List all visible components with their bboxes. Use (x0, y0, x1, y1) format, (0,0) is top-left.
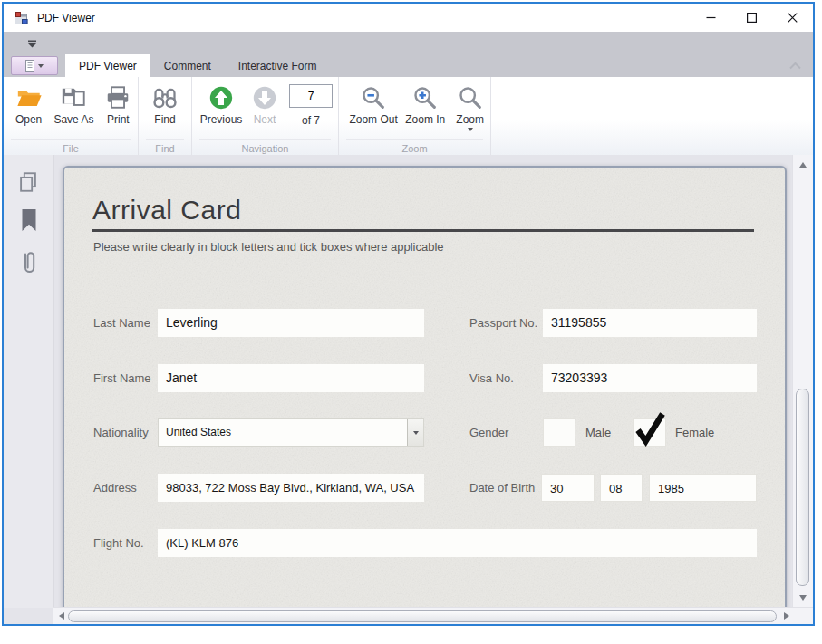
bookmarks-button[interactable] (19, 208, 39, 232)
group-divider (199, 139, 331, 140)
binoculars-icon (151, 83, 179, 111)
document-workspace: Arrival Card Please write clearly in blo… (4, 155, 813, 624)
form-content: Arrival Card Please write clearly in blo… (64, 168, 785, 624)
zoom-menu-button[interactable]: Zoom (450, 81, 490, 131)
open-button[interactable]: Open (8, 81, 49, 126)
print-button-label: Print (107, 113, 130, 126)
window-title: PDF Viewer (37, 12, 95, 24)
passport-no-field[interactable]: 31195855 (543, 309, 757, 337)
maximize-button[interactable] (731, 4, 772, 32)
first-name-label: First Name (93, 364, 151, 392)
open-button-label: Open (15, 113, 42, 126)
customize-quick-access-icon[interactable] (27, 40, 37, 48)
ribbon-group-file: Open Save As (4, 77, 139, 155)
gender-male-checkbox[interactable] (543, 418, 575, 447)
zoom-out-button-label: Zoom Out (349, 113, 397, 126)
group-divider (11, 139, 131, 140)
print-button[interactable]: Print (99, 81, 138, 126)
ribbon: Open Save As (4, 77, 813, 156)
tab-interactive-form[interactable]: Interactive Form (225, 54, 331, 77)
maximize-icon (747, 13, 757, 23)
file-group-label: File (4, 143, 138, 154)
navigation-pane (4, 155, 54, 608)
gender-label: Gender (469, 418, 508, 447)
nationality-combobox[interactable]: United States (158, 418, 424, 447)
nationality-label: Nationality (93, 418, 149, 447)
vertical-scrollbar[interactable] (792, 155, 813, 608)
previous-page-icon (208, 83, 235, 111)
scroll-right-icon[interactable] (784, 612, 789, 620)
zoom-out-icon (360, 83, 387, 111)
scroll-left-icon[interactable] (59, 612, 64, 620)
zoom-icon (457, 83, 484, 111)
page-thumbnails-button[interactable] (16, 170, 40, 194)
birth-day-field[interactable]: 30 (541, 474, 595, 502)
ribbon-group-zoom: Zoom Out Zoom In (339, 77, 491, 155)
previous-button[interactable]: Previous (198, 81, 245, 126)
horizontal-scrollbar-thumb[interactable] (68, 610, 777, 622)
find-button[interactable]: Find (143, 81, 187, 126)
chevron-up-icon (788, 62, 802, 70)
pages-icon (16, 170, 40, 194)
flight-no-label: Flight No. (93, 529, 144, 557)
zoom-out-button[interactable]: Zoom Out (346, 81, 401, 126)
bookmark-icon (19, 208, 39, 232)
save-as-icon (60, 83, 87, 111)
ribbon-tab-row: PDF Viewer Comment Interactive Form (4, 54, 813, 77)
zoom-menu-button-label: Zoom (456, 113, 484, 126)
next-button-label: Next (254, 113, 276, 126)
check-icon (628, 407, 670, 448)
scroll-up-icon[interactable] (799, 162, 807, 168)
title-bar: PDF Viewer (4, 4, 813, 32)
attachments-button[interactable] (19, 249, 39, 276)
scroll-down-icon[interactable] (799, 595, 807, 601)
horizontal-scrollbar[interactable] (53, 607, 813, 624)
form-title: Arrival Card (92, 195, 241, 226)
passport-no-label: Passport No. (469, 309, 537, 337)
zoom-in-button-label: Zoom In (405, 113, 445, 126)
address-label: Address (93, 474, 137, 502)
last-name-label: Last Name (93, 309, 150, 337)
close-button[interactable] (772, 4, 813, 32)
window-controls (691, 4, 813, 32)
page-number-group: of 7 (285, 81, 337, 127)
navigation-group-label: Navigation (192, 143, 338, 154)
paperclip-icon (19, 249, 39, 276)
group-divider (146, 139, 184, 140)
ribbon-group-navigation: Previous Next of 7 Navigation (192, 77, 339, 155)
form-subtitle: Please write clearly in block letters an… (93, 240, 444, 254)
minimize-icon (706, 13, 716, 23)
tab-comment[interactable]: Comment (150, 54, 225, 77)
vertical-scrollbar-thumb[interactable] (796, 389, 809, 586)
page-number-input[interactable] (289, 84, 333, 108)
page-count-label: of 7 (302, 114, 320, 127)
ribbon-group-find: Find Find (139, 77, 192, 155)
gender-female-label: Female (675, 418, 714, 447)
birth-month-field[interactable]: 08 (600, 474, 643, 502)
document-icon (25, 60, 34, 72)
nationality-value: United States (166, 419, 231, 446)
collapse-ribbon-button[interactable] (788, 62, 802, 70)
minimize-button[interactable] (691, 4, 731, 32)
zoom-group-label: Zoom (339, 143, 490, 154)
application-menu-button[interactable] (11, 56, 58, 75)
previous-button-label: Previous (200, 113, 243, 126)
print-icon (104, 83, 131, 111)
title-underline (92, 229, 754, 232)
group-divider (346, 139, 483, 140)
next-button[interactable]: Next (245, 81, 285, 126)
open-folder-icon (15, 83, 43, 111)
save-as-button[interactable]: Save As (49, 81, 99, 126)
address-field[interactable]: 98033, 722 Moss Bay Blvd., Kirkland, WA,… (158, 474, 424, 502)
zoom-in-button[interactable]: Zoom In (401, 81, 450, 126)
flight-no-field[interactable]: (KL) KLM 876 (158, 529, 757, 557)
nationality-dropdown-button[interactable] (407, 419, 423, 446)
save-as-button-label: Save As (53, 113, 93, 126)
last-name-field[interactable]: Leverling (158, 309, 424, 337)
first-name-field[interactable]: Janet (158, 364, 424, 392)
tab-pdf-viewer[interactable]: PDF Viewer (65, 54, 150, 77)
visa-no-field[interactable]: 73203393 (543, 364, 757, 392)
app-window: PDF Viewer PDF Viewer Comme (2, 2, 815, 626)
birth-year-field[interactable]: 1985 (649, 474, 757, 502)
next-page-icon (251, 83, 278, 111)
